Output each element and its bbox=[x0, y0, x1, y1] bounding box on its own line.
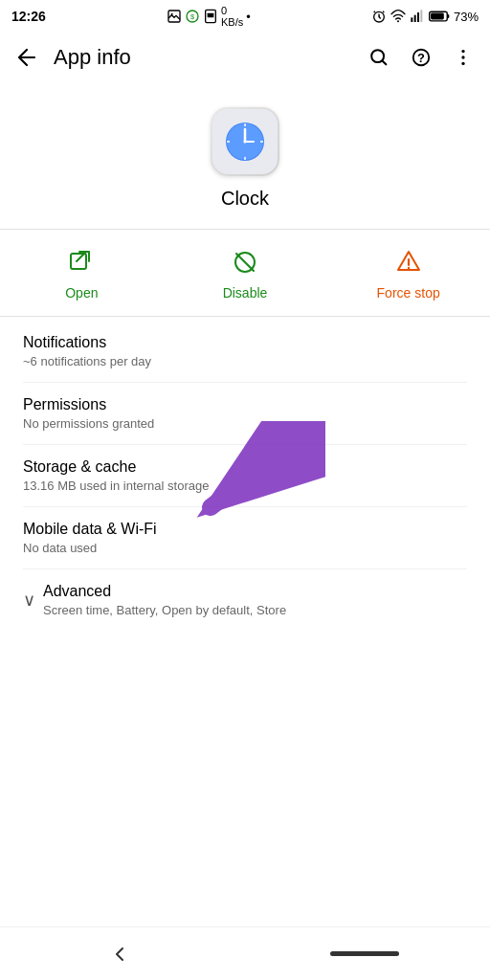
svg-point-20 bbox=[461, 62, 464, 65]
toolbar-actions: ? bbox=[360, 38, 482, 77]
svg-rect-14 bbox=[431, 13, 444, 20]
force-stop-label: Force stop bbox=[377, 285, 440, 301]
mobile-data-title: Mobile data & Wi-Fi bbox=[23, 521, 467, 538]
notification-icons: $ 0KB/s • bbox=[167, 5, 251, 28]
action-row: Open Disable Force stop bbox=[0, 230, 490, 316]
dollar-icon: $ bbox=[185, 9, 200, 24]
bottom-nav bbox=[0, 926, 490, 980]
status-time: 12:26 bbox=[11, 9, 46, 24]
back-button[interactable] bbox=[8, 38, 46, 77]
svg-rect-8 bbox=[411, 17, 412, 22]
alarm-icon bbox=[371, 9, 387, 24]
chevron-down-icon: ∨ bbox=[23, 590, 35, 611]
svg-rect-10 bbox=[417, 12, 419, 22]
clock-svg bbox=[220, 117, 270, 167]
svg-rect-9 bbox=[414, 15, 416, 22]
settings-list: Notifications ~6 notifications per day P… bbox=[0, 317, 490, 635]
nav-back-icon bbox=[108, 943, 131, 966]
svg-rect-31 bbox=[71, 254, 86, 269]
disable-button[interactable]: Disable bbox=[202, 245, 288, 301]
signal-icon bbox=[410, 9, 425, 24]
permissions-title: Permissions bbox=[23, 396, 467, 413]
overflow-icon bbox=[453, 47, 474, 68]
nav-back-button[interactable] bbox=[91, 935, 148, 973]
app-header: Clock bbox=[0, 84, 490, 229]
svg-point-19 bbox=[461, 56, 464, 58]
more-button[interactable] bbox=[444, 38, 482, 77]
page-title: App info bbox=[54, 45, 360, 70]
open-label: Open bbox=[65, 285, 98, 301]
wifi-icon bbox=[390, 9, 406, 24]
disable-label: Disable bbox=[223, 285, 268, 301]
svg-rect-5 bbox=[208, 13, 214, 18]
search-button[interactable] bbox=[360, 38, 398, 77]
mobile-data-item[interactable]: Mobile data & Wi-Fi No data used bbox=[0, 507, 490, 568]
back-icon bbox=[15, 46, 38, 69]
svg-rect-13 bbox=[447, 14, 449, 18]
app-icon-inner bbox=[212, 109, 278, 174]
force-stop-button[interactable]: Force stop bbox=[366, 245, 452, 301]
help-icon: ? bbox=[411, 47, 432, 68]
search-icon bbox=[368, 47, 390, 68]
battery-icon bbox=[429, 9, 450, 24]
open-svg bbox=[68, 249, 95, 276]
mobile-data-subtitle: No data used bbox=[23, 541, 467, 555]
app-icon bbox=[211, 107, 279, 176]
disable-icon bbox=[228, 245, 262, 279]
permissions-subtitle: No permissions granted bbox=[23, 416, 467, 431]
advanced-content: Advanced Screen time, Battery, Open by d… bbox=[43, 583, 467, 617]
system-icons: 73% bbox=[371, 9, 479, 24]
disable-svg bbox=[232, 249, 258, 276]
notifications-title: Notifications bbox=[23, 334, 467, 351]
storage-item[interactable]: Storage & cache 13.16 MB used in interna… bbox=[0, 445, 490, 506]
open-button[interactable]: Open bbox=[38, 245, 124, 301]
data-speed: 0KB/s bbox=[221, 5, 243, 28]
force-stop-icon bbox=[391, 245, 426, 279]
help-button[interactable]: ? bbox=[402, 38, 440, 77]
force-stop-svg bbox=[395, 249, 422, 276]
svg-rect-11 bbox=[420, 10, 422, 22]
home-pill[interactable] bbox=[330, 951, 399, 956]
advanced-item[interactable]: ∨ Advanced Screen time, Battery, Open by… bbox=[0, 569, 490, 631]
svg-point-7 bbox=[397, 20, 399, 22]
svg-text:?: ? bbox=[417, 51, 425, 65]
status-bar: 12:26 $ 0KB/s • 73% bbox=[0, 0, 490, 31]
permissions-item[interactable]: Permissions No permissions granted bbox=[0, 383, 490, 444]
svg-text:$: $ bbox=[190, 12, 194, 21]
toolbar: App info ? bbox=[0, 31, 490, 84]
svg-line-33 bbox=[236, 254, 254, 271]
battery-percent: 73% bbox=[454, 10, 479, 24]
notifications-subtitle: ~6 notifications per day bbox=[23, 354, 467, 368]
dot-indicator: • bbox=[246, 10, 251, 24]
photo-icon bbox=[167, 9, 182, 24]
advanced-title: Advanced bbox=[43, 583, 467, 600]
svg-point-35 bbox=[407, 267, 409, 269]
notifications-item[interactable]: Notifications ~6 notifications per day bbox=[0, 321, 490, 382]
app-name: Clock bbox=[221, 188, 269, 210]
sim-icon bbox=[203, 9, 218, 24]
advanced-subtitle: Screen time, Battery, Open by default, S… bbox=[43, 603, 467, 617]
open-icon bbox=[64, 245, 99, 279]
storage-subtitle: 13.16 MB used in internal storage bbox=[23, 479, 467, 493]
storage-title: Storage & cache bbox=[23, 458, 467, 476]
svg-point-18 bbox=[461, 50, 464, 53]
